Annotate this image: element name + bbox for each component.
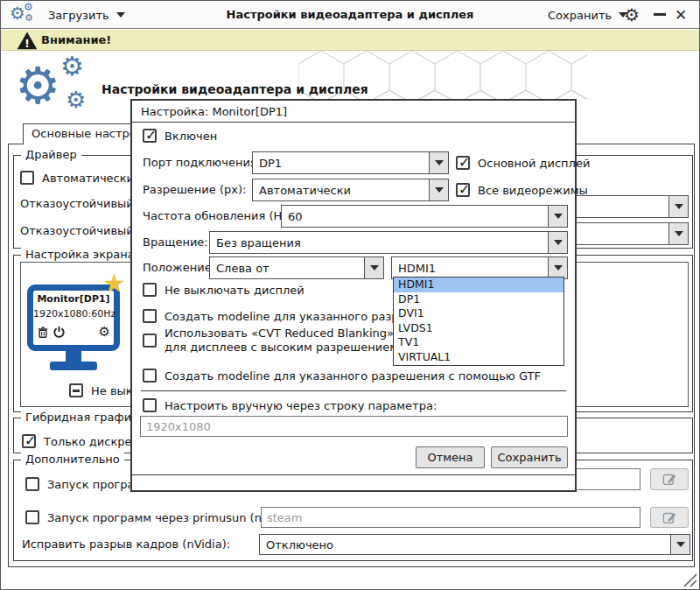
rotation-label: Вращение: [143,235,208,249]
svg-text:!: ! [24,37,30,50]
all-modes-checkbox[interactable] [456,183,470,197]
enabled-checkbox[interactable] [143,129,157,143]
primary-label: Основной дисплей [478,157,590,170]
manual-row: Настроить вручную через строку параметра… [143,398,437,412]
chevron-down-icon [370,265,379,270]
refresh-value: 60 [288,206,546,227]
run1-edit-button[interactable] [650,468,689,490]
settings-gear-icon[interactable]: ⚙ [624,1,640,29]
dialog-title-separator [132,122,575,123]
position-dropdown[interactable]: Слева от [209,256,384,279]
monitor-stand-base [50,362,97,370]
run2-input[interactable] [261,507,640,528]
list-option[interactable]: DP1 [394,292,564,307]
page-title: Настройки видеоадаптера и дисплея [102,82,368,96]
port-label: Порт подключения: [143,156,261,169]
tearing-label-row: Исправить разрыв кадров (nVidia): [22,537,230,551]
port-label-row: Порт подключения: [143,156,261,169]
all-modes-label: Все видеорежимы [478,184,588,197]
dialog-bottom-separator [132,474,575,475]
resolution-label-row: Разрешение (px): [143,183,246,196]
dialog-mid-separator [141,390,566,391]
resolution-dropdown[interactable]: Автоматически [252,179,449,201]
tearing-dropdown[interactable]: Отключено [259,534,690,555]
rotation-dropdown[interactable]: Без вращения [209,231,568,254]
edit-pencil-icon [662,473,677,486]
manual-input[interactable] [140,416,568,437]
resize-grip[interactable] [682,572,698,588]
driver-group-legend: Драйвер [21,148,81,161]
dlg-keep-on-row: Не выключать дисплей [143,283,304,297]
cvt-checkbox[interactable] [143,334,157,348]
all-modes-row: Все видеорежимы [456,183,588,197]
gtf-checkbox[interactable] [143,369,157,383]
list-option[interactable]: LVDS1 [394,321,564,336]
gtf-label: Создать modeline для указанного разрешен… [164,369,541,383]
chevron-down-icon [676,542,685,547]
cancel-button[interactable]: Отмена [416,446,485,468]
save-menu-button[interactable]: Сохранить [548,1,627,29]
title-bar: ⚙ ⚙ ⚙ Загрузить Настройки видеоадаптера … [1,1,699,29]
tearing-label: Исправить разрыв кадров (nVidia): [22,537,230,551]
manual-checkbox[interactable] [143,398,157,412]
close-button[interactable]: ✕ [675,1,687,29]
edit-pencil-icon [662,511,677,524]
warning-text: Внимание! [41,30,111,51]
monitor-gear-icon[interactable]: ⚙ [99,326,110,339]
chevron-down-icon [675,204,683,209]
tab-main-settings[interactable]: Основные настройки [23,123,134,144]
save-button[interactable]: Сохранить [491,446,568,468]
auto-driver-checkbox[interactable] [20,171,34,185]
manual-label: Настроить вручную через строку параметра… [164,399,437,412]
screen-group-legend: Настройка экрана [21,248,139,261]
trash-icon[interactable] [37,326,49,339]
power-icon[interactable] [52,326,66,339]
tearing-value: Отключено [266,535,668,554]
minimize-button[interactable] [654,13,666,16]
warning-triangle-icon: ! [17,32,38,50]
refresh-label: Частота обновления (Hz): [143,209,297,222]
dlg-keep-on-label: Не выключать дисплей [164,284,304,297]
modeline-checkbox[interactable] [143,309,157,323]
rotation-label-row: Вращение: [143,235,208,249]
chevron-down-icon [435,160,444,165]
list-option[interactable]: HDMI1 [394,277,564,292]
refresh-label-row: Частота обновления (Hz): [143,209,297,222]
chevron-down-icon [675,231,683,236]
position-label: Положение: [143,261,215,274]
dialog-title: Настройка: Monitor[DP1] [141,105,287,118]
dlg-keep-on-checkbox[interactable] [143,283,157,297]
run2-row: Запуск программ через primusun (nVidia): [25,510,298,524]
warning-banner: ! Внимание! [1,30,699,51]
enabled-label: Включен [164,130,217,143]
extra-group-legend: Дополнительно [21,453,124,466]
save-menu-label: Сохранить [548,9,612,22]
run2-checkbox[interactable] [25,510,39,524]
run1-checkbox[interactable] [25,477,39,491]
port-dropdown[interactable]: DP1 [252,151,449,174]
primary-checkbox[interactable] [456,156,470,170]
list-option[interactable]: DVI1 [394,306,564,321]
discrete-checkbox[interactable] [22,434,36,448]
relative-value: HDMI1 [398,257,546,278]
position-label-row: Положение: [143,261,215,274]
primary-row: Основной дисплей [456,156,590,170]
chevron-down-icon [554,240,563,245]
resolution-value: Автоматически [259,179,427,200]
rotation-value: Без вращения [216,232,546,253]
chevron-down-icon [554,265,563,270]
resolution-label: Разрешение (px): [143,183,246,196]
relative-dropdown-list: HDMI1 DP1 DVI1 LVDS1 TV1 VIRTUAL1 [393,277,564,366]
run2-edit-button[interactable] [650,507,689,528]
chevron-down-icon [554,214,563,219]
app-logo-gears-icon: ⚙ ⚙ ⚙ [13,53,101,127]
list-option[interactable]: TV1 [394,335,564,350]
list-option[interactable]: VIRTUAL1 [394,350,564,365]
primary-star-icon: ★ [102,268,126,299]
chevron-down-icon [435,187,444,193]
position-value: Слева от [216,257,362,278]
keep-on-checkbox[interactable] [69,383,83,397]
refresh-dropdown[interactable]: 60 [281,205,568,228]
port-value: DP1 [259,152,427,173]
app-window: ⚙ ⚙ ⚙ Загрузить Настройки видеоадаптера … [0,0,700,590]
